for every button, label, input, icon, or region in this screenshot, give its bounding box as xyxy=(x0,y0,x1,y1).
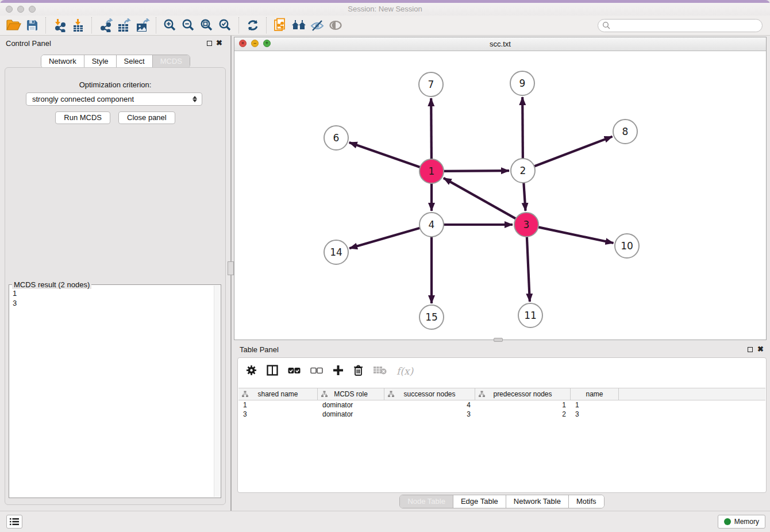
tab-style[interactable]: Style xyxy=(84,55,117,68)
cell-successor-nodes[interactable]: 3 xyxy=(384,410,475,419)
graph-node-11[interactable]: 11 xyxy=(518,303,542,327)
table-settings-gear-icon[interactable] xyxy=(246,365,257,378)
graph-node-3[interactable]: 3 xyxy=(514,213,538,237)
horizontal-splitter-handle[interactable] xyxy=(494,338,503,342)
graph-edge-1-6[interactable] xyxy=(349,142,421,168)
graph-edge-4-14[interactable] xyxy=(349,228,421,248)
tab-edge-table[interactable]: Edge Table xyxy=(453,495,506,508)
deselect-all-checkboxes-icon[interactable] xyxy=(310,366,323,376)
application-window: Session: New Session xyxy=(0,0,770,532)
zoom-fit-icon[interactable] xyxy=(198,17,216,34)
graph-edge-1-7[interactable] xyxy=(431,98,432,160)
zoom-out-icon[interactable] xyxy=(179,17,198,34)
optimization-criterion-label: Optimization criterion: xyxy=(5,80,225,89)
tab-mcds[interactable]: MCDS xyxy=(153,55,190,68)
network-canvas[interactable]: 7968124314101511 xyxy=(234,51,766,340)
tab-select[interactable]: Select xyxy=(117,55,153,68)
column-header-successor-nodes[interactable]: successor nodes xyxy=(384,388,475,400)
main-region: Control Panel ✖ Network Style Select MCD… xyxy=(0,36,770,511)
graph-edge-3-11[interactable] xyxy=(527,236,530,302)
add-column-icon[interactable] xyxy=(333,365,344,378)
function-builder-icon: f(x) xyxy=(396,365,413,377)
delete-column-trash-icon[interactable] xyxy=(353,365,363,378)
export-table-icon[interactable] xyxy=(115,17,133,34)
cell-name[interactable]: 1 xyxy=(571,400,619,410)
control-panel-title: Control Panel xyxy=(6,39,51,48)
column-header-name[interactable]: name xyxy=(571,388,619,400)
select-all-checkboxes-icon[interactable] xyxy=(288,366,301,376)
run-mcds-button[interactable]: Run MCDS xyxy=(55,111,110,124)
import-network-icon[interactable] xyxy=(51,17,69,34)
graph-node-8[interactable]: 8 xyxy=(613,119,637,144)
optimization-criterion-select[interactable]: strongly connected component xyxy=(26,92,202,106)
network-window-titlebar[interactable]: × – + scc.txt xyxy=(234,37,766,51)
export-image-icon[interactable] xyxy=(133,17,152,34)
graph-node-7[interactable]: 7 xyxy=(419,72,443,97)
first-neighbors-icon[interactable] xyxy=(271,17,290,34)
hide-selected-icon[interactable] xyxy=(308,17,326,34)
graph-edge-2-9[interactable] xyxy=(522,97,523,160)
task-history-button[interactable] xyxy=(6,515,22,529)
toolbar-divider xyxy=(238,17,240,33)
show-all-icon[interactable] xyxy=(326,17,345,34)
graph-edge-1-2[interactable] xyxy=(442,171,509,171)
control-panel-float-icon[interactable] xyxy=(207,41,212,46)
graph-node-9[interactable]: 9 xyxy=(510,71,534,95)
svg-text:14: 14 xyxy=(330,246,342,258)
table-tabbar: Node Table Edge Table Network Table Moti… xyxy=(399,495,604,508)
tab-node-table[interactable]: Node Table xyxy=(400,495,453,508)
cell-shared-name[interactable]: 3 xyxy=(238,410,318,419)
export-network-icon[interactable] xyxy=(97,17,115,34)
cell-successor-nodes[interactable]: 4 xyxy=(384,400,475,410)
column-chooser-icon[interactable] xyxy=(267,365,278,378)
graph-edge-3-1[interactable] xyxy=(444,178,517,219)
optimization-criterion-value: strongly connected component xyxy=(26,95,190,103)
cell-predecessor-nodes[interactable]: 1 xyxy=(475,400,571,410)
table-panel-float-icon[interactable] xyxy=(748,347,753,352)
table-row[interactable]: 1 dominator 4 1 1 xyxy=(238,400,765,410)
delete-table-icon xyxy=(373,365,387,377)
zoom-in-icon[interactable] xyxy=(161,17,179,34)
table-panel-close-icon[interactable]: ✖ xyxy=(757,345,764,354)
table-row[interactable]: 3 dominator 3 2 3 xyxy=(238,410,765,419)
graph-node-1[interactable]: 1 xyxy=(419,159,444,183)
node-table-container: f(x) shared name xyxy=(237,357,767,493)
save-session-icon[interactable] xyxy=(23,17,41,34)
tab-motifs[interactable]: Motifs xyxy=(569,495,604,508)
select-stepper-icon xyxy=(190,96,199,102)
refresh-layout-icon[interactable] xyxy=(244,17,262,34)
mcds-result-line: 1 xyxy=(13,288,217,298)
zoom-selected-icon[interactable] xyxy=(216,17,234,34)
column-type-icon xyxy=(242,391,248,398)
svg-text:9: 9 xyxy=(519,78,526,89)
graph-node-14[interactable]: 14 xyxy=(324,240,348,264)
column-header-mcds-role[interactable]: MCDS role xyxy=(318,388,384,400)
result-scrollbar[interactable] xyxy=(214,286,220,497)
control-panel-close-icon[interactable]: ✖ xyxy=(216,38,222,48)
graph-edge-3-10[interactable] xyxy=(537,227,614,243)
graph-node-4[interactable]: 4 xyxy=(419,213,444,237)
memory-button[interactable]: Memory xyxy=(718,515,765,529)
tab-network-table[interactable]: Network Table xyxy=(506,495,569,508)
open-session-icon[interactable] xyxy=(5,17,23,34)
cell-mcds-role[interactable]: dominator xyxy=(318,410,384,419)
cell-mcds-role[interactable]: dominator xyxy=(318,400,384,410)
cell-shared-name[interactable]: 1 xyxy=(238,400,318,410)
graph-node-15[interactable]: 15 xyxy=(419,305,444,329)
graph-node-10[interactable]: 10 xyxy=(615,234,639,258)
graph-node-6[interactable]: 6 xyxy=(324,126,348,150)
close-panel-button[interactable]: Close panel xyxy=(118,111,175,124)
column-header-shared-name[interactable]: shared name xyxy=(238,388,318,400)
cell-name[interactable]: 3 xyxy=(571,410,619,419)
import-table-icon[interactable] xyxy=(69,17,87,34)
search-input[interactable] xyxy=(611,20,762,30)
column-header-predecessor-nodes[interactable]: predecessor nodes xyxy=(475,388,571,400)
graph-node-2[interactable]: 2 xyxy=(511,159,535,183)
graph-edge-2-3[interactable] xyxy=(523,182,525,211)
svg-text:1: 1 xyxy=(429,165,435,177)
cell-predecessor-nodes[interactable]: 2 xyxy=(475,410,571,419)
tab-network[interactable]: Network xyxy=(41,55,84,68)
home-icon[interactable] xyxy=(290,17,308,34)
vertical-splitter-handle[interactable] xyxy=(228,261,234,275)
graph-edge-2-8[interactable] xyxy=(533,137,613,167)
